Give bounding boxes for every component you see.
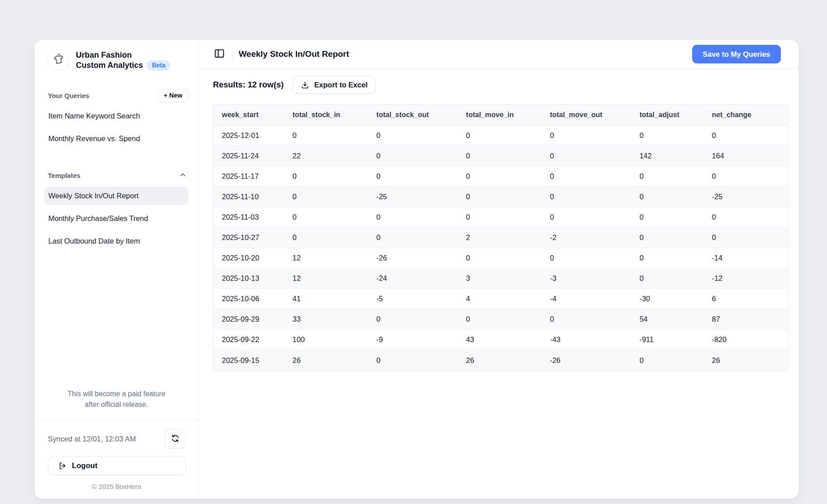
table-cell: 2025-11-17 xyxy=(213,166,284,187)
templates-label: Templates xyxy=(48,172,80,179)
table-row: 2025-11-100-25000-25 xyxy=(213,187,788,207)
workspace-title: Urban Fashion Custom Analytics Beta xyxy=(76,50,170,71)
table-cell: -26 xyxy=(541,350,631,370)
table-cell: 0 xyxy=(631,207,703,228)
header-divider xyxy=(232,48,233,60)
sidebar-footer-divider xyxy=(35,420,198,421)
table-cell: 54 xyxy=(631,309,703,330)
table-cell: -14 xyxy=(704,248,788,268)
table-cell: -4 xyxy=(541,289,631,309)
page-title: Weekly Stock In/Out Report xyxy=(239,49,349,59)
panel-toggle-icon xyxy=(214,48,225,60)
table-cell: -820 xyxy=(704,330,788,350)
table-cell: 0 xyxy=(368,166,457,187)
sidebar-template-item[interactable]: Monthly Purchase/Sales Trend xyxy=(44,209,189,228)
sidebar-toggle-button[interactable] xyxy=(213,47,226,61)
table-cell: 12 xyxy=(284,268,368,289)
table-cell: 0 xyxy=(457,207,541,228)
logout-icon xyxy=(58,461,67,470)
app-window: Urban Fashion Custom Analytics Beta Your… xyxy=(35,40,799,499)
table-cell: 0 xyxy=(284,207,368,228)
table-row: 2025-11-2422000142164 xyxy=(213,146,788,166)
table-cell: 0 xyxy=(631,350,703,370)
table-cell: -911 xyxy=(631,330,703,350)
table-cell: -30 xyxy=(631,289,703,309)
paid-feature-notice: This will become a paid feature after of… xyxy=(35,389,198,410)
table-cell: 87 xyxy=(704,309,788,330)
workspace-logo xyxy=(48,50,69,71)
table-cell: 0 xyxy=(457,187,541,207)
table-cell: 0 xyxy=(704,166,788,187)
column-header: total_move_out xyxy=(541,105,631,126)
table-cell: 0 xyxy=(284,126,368,146)
results-count: Results: 12 row(s) xyxy=(213,80,284,90)
table-row: 2025-10-27002-200 xyxy=(213,228,788,248)
table-cell: 0 xyxy=(457,309,541,330)
paid-feature-notice-line1: This will become a paid feature xyxy=(35,389,198,399)
table-cell: 26 xyxy=(284,350,368,370)
table-cell: 0 xyxy=(541,146,631,166)
sidebar-query-item[interactable]: Monthly Revenue vs. Spend xyxy=(44,130,189,148)
table-cell: 0 xyxy=(541,207,631,228)
sidebar-query-item[interactable]: Item Name Keyword Search xyxy=(44,107,189,125)
table-cell: 0 xyxy=(368,228,457,248)
table-cell: -25 xyxy=(368,187,457,207)
table-row: 2025-10-1312-243-30-12 xyxy=(213,268,788,289)
table-cell: 41 xyxy=(284,289,368,309)
column-header: week_start xyxy=(213,105,284,126)
table-cell: 2025-09-29 xyxy=(213,309,284,330)
main-header: Weekly Stock In/Out Report Save to My Qu… xyxy=(199,40,799,69)
table-row: 2025-12-01000000 xyxy=(213,126,788,146)
table-cell: 0 xyxy=(541,187,631,207)
table-cell: 6 xyxy=(704,289,788,309)
save-to-my-queries-button[interactable]: Save to My Queries xyxy=(692,45,781,63)
table-row: 2025-11-03000000 xyxy=(213,207,788,228)
refresh-button[interactable] xyxy=(164,429,186,449)
table-cell: 2025-11-03 xyxy=(213,207,284,228)
table-cell: 2025-11-10 xyxy=(213,187,284,207)
table-cell: 12 xyxy=(284,248,368,268)
table-cell: 2 xyxy=(457,228,541,248)
sidebar-template-item[interactable]: Weekly Stock In/Out Report xyxy=(44,187,189,205)
beta-badge: Beta xyxy=(147,60,170,71)
table-cell: 0 xyxy=(631,268,703,289)
table-cell: 2025-09-15 xyxy=(213,350,284,370)
chevron-up-icon xyxy=(179,171,187,180)
table-cell: -26 xyxy=(368,248,457,268)
sidebar: Urban Fashion Custom Analytics Beta Your… xyxy=(35,40,199,499)
table-cell: 100 xyxy=(284,330,368,350)
sidebar-header: Urban Fashion Custom Analytics Beta xyxy=(35,40,198,71)
refresh-icon xyxy=(171,434,180,444)
results-toolbar: Results: 12 row(s) Export to Excel xyxy=(213,76,781,94)
table-cell: 0 xyxy=(631,228,703,248)
table-cell: 0 xyxy=(541,309,631,330)
paid-feature-notice-line2: after official release. xyxy=(35,399,198,410)
tshirt-doodle-icon xyxy=(51,52,65,68)
table-cell: -5 xyxy=(368,289,457,309)
logout-label: Logout xyxy=(72,461,98,470)
table-cell: 33 xyxy=(284,309,368,330)
table-cell: 164 xyxy=(704,146,788,166)
table-cell: 3 xyxy=(457,268,541,289)
table-cell: 0 xyxy=(631,248,703,268)
templates-collapse-button[interactable] xyxy=(177,169,189,182)
table-cell: 0 xyxy=(457,126,541,146)
column-header: net_change xyxy=(704,105,788,126)
table-cell: 0 xyxy=(284,228,368,248)
your-queries-section-header: Your Queries + New xyxy=(35,88,198,102)
table-cell: -43 xyxy=(541,330,631,350)
export-to-excel-button[interactable]: Export to Excel xyxy=(292,76,376,94)
table-cell: 0 xyxy=(368,309,457,330)
export-to-excel-label: Export to Excel xyxy=(314,81,367,89)
table-cell: 0 xyxy=(457,166,541,187)
queries-list: Item Name Keyword SearchMonthly Revenue … xyxy=(35,107,198,148)
table-cell: 2025-12-01 xyxy=(213,126,284,146)
sidebar-template-item[interactable]: Last Outbound Date by Item xyxy=(44,232,189,250)
table-cell: 0 xyxy=(368,207,457,228)
logout-button[interactable]: Logout xyxy=(48,456,186,475)
table-row: 2025-09-1526026-26026 xyxy=(213,350,788,370)
main-panel: Weekly Stock In/Out Report Save to My Qu… xyxy=(199,40,799,499)
table-cell: 142 xyxy=(631,146,703,166)
new-query-button[interactable]: + New xyxy=(158,89,189,102)
table-cell: 0 xyxy=(704,207,788,228)
